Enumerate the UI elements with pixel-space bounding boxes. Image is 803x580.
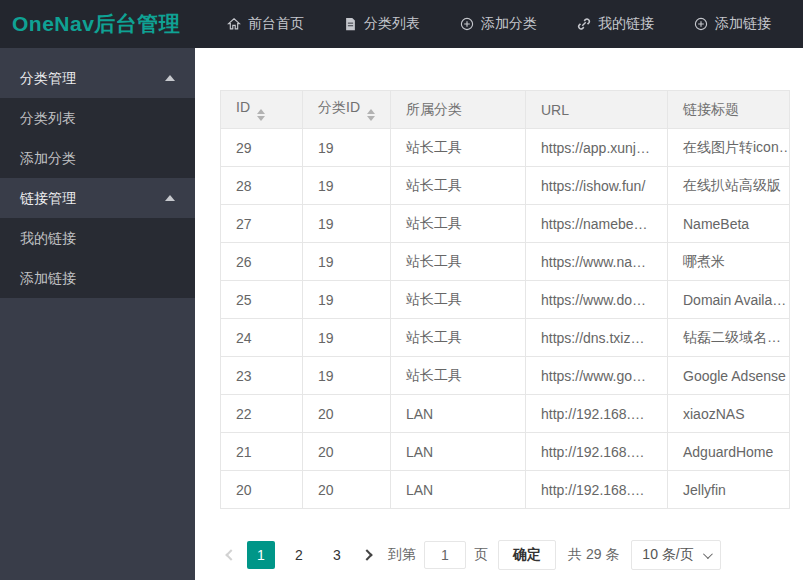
table-row: 2919站长工具https://app.xunj…在线图片转icon… xyxy=(221,129,790,167)
sidebar-section-category-mgmt[interactable]: 分类管理 xyxy=(0,58,195,98)
cell-url: https://ishow.fun/ xyxy=(526,167,668,205)
cell-title: NameBeta xyxy=(668,205,790,243)
cell-category: 站长工具 xyxy=(391,243,526,281)
chevron-down-icon xyxy=(703,549,713,559)
sort-icon[interactable] xyxy=(257,109,265,121)
sidebar: 分类管理 分类列表 添加分类 链接管理 我的链接 添加链接 xyxy=(0,48,195,580)
column-label: URL xyxy=(541,102,569,118)
link-icon xyxy=(577,17,591,31)
cell-id: 27 xyxy=(221,205,303,243)
cell-category-id: 20 xyxy=(303,395,391,433)
sort-icon[interactable] xyxy=(367,109,375,121)
table-row: 2519站长工具https://www.do…Domain Availa… xyxy=(221,281,790,319)
page-button-1[interactable]: 1 xyxy=(247,541,275,569)
cell-category: 站长工具 xyxy=(391,319,526,357)
column-label: 链接标题 xyxy=(683,101,739,117)
cell-category-id: 20 xyxy=(303,433,391,471)
table-row: 2020LANhttp://192.168.…Jellyfin xyxy=(221,471,790,509)
cell-url: https://www.na… xyxy=(526,243,668,281)
table-row: 2419站长工具https://dns.txiz…钻磊二级域名… xyxy=(221,319,790,357)
sidebar-item-add-link[interactable]: 添加链接 xyxy=(0,258,195,298)
next-page-button[interactable] xyxy=(356,541,378,569)
page-button-3[interactable]: 3 xyxy=(323,541,351,569)
cell-category-id: 19 xyxy=(303,319,391,357)
cell-title: 在线扒站高级版 xyxy=(668,167,790,205)
sidebar-item-label: 我的链接 xyxy=(20,230,76,246)
topnav-menu: 前台首页 分类列表 添加分类 我的链接 添加链接 xyxy=(207,0,791,48)
nav-item-add-category[interactable]: 添加分类 xyxy=(440,0,557,48)
nav-item-category-list[interactable]: 分类列表 xyxy=(324,0,440,48)
sidebar-item-label: 分类列表 xyxy=(20,110,76,126)
cell-category-id: 19 xyxy=(303,129,391,167)
sidebar-section-link-mgmt[interactable]: 链接管理 xyxy=(0,178,195,218)
cell-category-id: 19 xyxy=(303,357,391,395)
cell-url: http://192.168.… xyxy=(526,395,668,433)
list-icon xyxy=(344,17,357,31)
brand-title: OneNav后台管理 xyxy=(0,10,195,38)
top-navbar: OneNav后台管理 前台首页 分类列表 添加分类 我的链接 添加链接 xyxy=(0,0,803,48)
cell-category: LAN xyxy=(391,433,526,471)
pagination-bar: 1 2 3 到第 页 确定 共 29 条 10 条/页 xyxy=(220,540,721,570)
cell-url: http://192.168.… xyxy=(526,433,668,471)
column-label: ID xyxy=(236,99,250,115)
nav-item-label: 我的链接 xyxy=(598,15,654,33)
nav-item-label: 添加分类 xyxy=(481,15,537,33)
page-button-2[interactable]: 2 xyxy=(285,541,313,569)
nav-item-add-link[interactable]: 添加链接 xyxy=(674,0,791,48)
plus-circle-icon xyxy=(694,17,708,31)
goto-page-input[interactable] xyxy=(424,541,466,569)
table-row: 2719站长工具https://namebe…NameBeta xyxy=(221,205,790,243)
prev-page-button[interactable] xyxy=(220,541,242,569)
cell-id: 26 xyxy=(221,243,303,281)
cell-category-id: 20 xyxy=(303,471,391,509)
cell-url: https://www.do… xyxy=(526,281,668,319)
sidebar-item-my-links[interactable]: 我的链接 xyxy=(0,218,195,258)
sidebar-item-add-category[interactable]: 添加分类 xyxy=(0,138,195,178)
cell-title: 哪煮米 xyxy=(668,243,790,281)
page-size-value: 10 条/页 xyxy=(642,546,693,564)
cell-category-id: 19 xyxy=(303,167,391,205)
cell-title: 钻磊二级域名… xyxy=(668,319,790,357)
cell-category: LAN xyxy=(391,471,526,509)
nav-item-home[interactable]: 前台首页 xyxy=(207,0,324,48)
cell-url: https://app.xunj… xyxy=(526,129,668,167)
cell-category: 站长工具 xyxy=(391,357,526,395)
cell-title: Domain Availa… xyxy=(668,281,790,319)
table-row: 2220LANhttp://192.168.…xiaozNAS xyxy=(221,395,790,433)
cell-title: AdguardHome xyxy=(668,433,790,471)
goto-label: 到第 xyxy=(388,546,416,564)
table-row: 2120LANhttp://192.168.…AdguardHome xyxy=(221,433,790,471)
total-count: 共 29 条 xyxy=(568,546,619,564)
cell-id: 28 xyxy=(221,167,303,205)
sidebar-section-label: 分类管理 xyxy=(20,70,76,86)
table-header-cell-category-id[interactable]: 分类ID xyxy=(303,91,391,129)
cell-category: 站长工具 xyxy=(391,281,526,319)
cell-url: https://dns.txiz… xyxy=(526,319,668,357)
table-header-row: ID 分类ID 所属分类 URL 链接标题 xyxy=(221,91,790,129)
cell-category-id: 19 xyxy=(303,281,391,319)
cell-id: 21 xyxy=(221,433,303,471)
column-label: 所属分类 xyxy=(406,101,462,117)
sidebar-item-category-list[interactable]: 分类列表 xyxy=(0,98,195,138)
nav-item-my-links[interactable]: 我的链接 xyxy=(557,0,674,48)
nav-item-label: 添加链接 xyxy=(715,15,771,33)
collapse-arrow-icon xyxy=(165,75,175,81)
home-icon xyxy=(227,17,241,31)
main-content: ID 分类ID 所属分类 URL 链接标题 2919站长工具https://ap… xyxy=(195,48,803,580)
cell-category: LAN xyxy=(391,395,526,433)
page-size-select[interactable]: 10 条/页 xyxy=(631,540,720,570)
links-table: ID 分类ID 所属分类 URL 链接标题 2919站长工具https://ap… xyxy=(220,90,790,509)
sidebar-section-children: 我的链接 添加链接 xyxy=(0,218,195,298)
cell-title: 在线图片转icon… xyxy=(668,129,790,167)
cell-category-id: 19 xyxy=(303,243,391,281)
table-row: 2319站长工具https://www.go…Google Adsense xyxy=(221,357,790,395)
cell-id: 23 xyxy=(221,357,303,395)
table-row: 2819站长工具https://ishow.fun/在线扒站高级版 xyxy=(221,167,790,205)
cell-id: 24 xyxy=(221,319,303,357)
sidebar-item-label: 添加分类 xyxy=(20,150,76,166)
table-header-cell-id[interactable]: ID xyxy=(221,91,303,129)
cell-category: 站长工具 xyxy=(391,167,526,205)
cell-title: Google Adsense xyxy=(668,357,790,395)
confirm-button[interactable]: 确定 xyxy=(498,540,556,570)
cell-url: https://namebe… xyxy=(526,205,668,243)
